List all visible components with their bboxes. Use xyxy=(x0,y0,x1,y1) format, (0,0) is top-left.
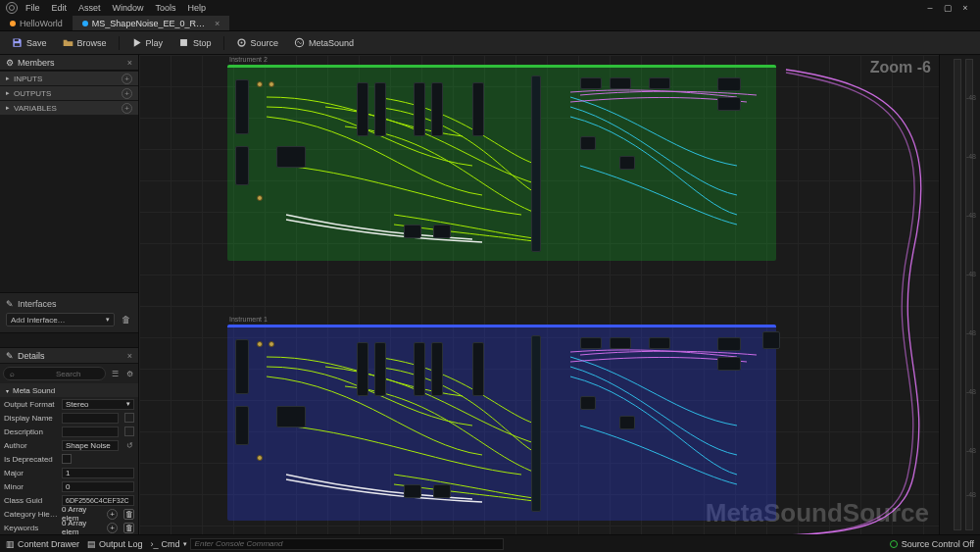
array-add-button[interactable]: + xyxy=(107,509,118,520)
graph-node[interactable] xyxy=(235,339,249,394)
description-input[interactable] xyxy=(62,427,119,437)
details-close-icon[interactable]: × xyxy=(127,351,132,361)
graph-node[interactable] xyxy=(357,342,368,396)
category-metasound[interactable]: ▾ Meta Sound xyxy=(0,383,138,397)
graph-region-top[interactable]: Instrument 2 xyxy=(227,65,776,261)
add-interface-dropdown[interactable]: Add Interface… ▾ xyxy=(6,313,115,326)
menu-window[interactable]: Window xyxy=(113,3,144,13)
graph-node[interactable] xyxy=(235,79,249,134)
browse-button[interactable]: Browse xyxy=(57,35,113,50)
reroute-pin[interactable] xyxy=(257,81,263,87)
graph-node[interactable] xyxy=(580,396,596,410)
section-inputs[interactable]: ▸ INPUTS + xyxy=(0,71,138,85)
graph-node[interactable] xyxy=(472,342,484,396)
tab-close-icon[interactable]: × xyxy=(215,19,220,28)
reroute-pin[interactable] xyxy=(257,455,263,461)
tab-level[interactable]: HelloWorld xyxy=(0,16,73,30)
array-add-button[interactable]: + xyxy=(107,523,118,533)
chevron-down-icon[interactable]: ▾ xyxy=(183,540,187,548)
metasound-button[interactable]: MetaSound xyxy=(288,35,360,50)
graph-node[interactable] xyxy=(374,82,386,136)
content-drawer-button[interactable]: ▥ Content Drawer xyxy=(6,539,79,549)
graph-canvas[interactable]: Zoom -6 MetaSoundSource Instrument 2 xyxy=(139,55,939,534)
graph-node[interactable] xyxy=(619,416,635,429)
reroute-pin[interactable] xyxy=(257,195,263,201)
add-output-button[interactable]: + xyxy=(122,88,132,99)
output-log-button[interactable]: ▤ Output Log xyxy=(87,539,143,549)
graph-node[interactable] xyxy=(431,82,443,136)
graph-region-bottom[interactable]: Instrument 1 xyxy=(227,325,776,521)
source-button[interactable]: Source xyxy=(230,35,285,50)
menu-file[interactable]: File xyxy=(25,3,40,13)
graph-node[interactable] xyxy=(649,337,670,349)
details-tab[interactable]: ✎ Details × xyxy=(0,348,138,364)
graph-node[interactable] xyxy=(610,337,631,349)
reroute-pin[interactable] xyxy=(257,341,263,347)
add-variable-button[interactable]: + xyxy=(122,103,132,114)
graph-node[interactable] xyxy=(580,136,596,150)
window-close[interactable]: × xyxy=(956,3,974,13)
is-deprecated-checkbox[interactable] xyxy=(62,454,72,464)
graph-node[interactable] xyxy=(374,342,386,396)
array-clear-button[interactable]: 🗑 xyxy=(123,523,134,533)
section-outputs[interactable]: ▸ OUTPUTS + xyxy=(0,85,138,100)
display-name-input[interactable] xyxy=(62,413,119,424)
menu-asset[interactable]: Asset xyxy=(78,3,101,13)
add-input-button[interactable]: + xyxy=(122,74,132,84)
reset-icon[interactable]: ↺ xyxy=(124,440,134,450)
graph-node[interactable] xyxy=(717,97,741,111)
source-control-button[interactable]: Source Control Off xyxy=(890,539,974,549)
graph-node[interactable] xyxy=(276,406,306,427)
array-clear-button[interactable]: 🗑 xyxy=(123,509,134,520)
graph-node[interactable] xyxy=(433,484,451,498)
menu-tools[interactable]: Tools xyxy=(156,3,176,13)
graph-node[interactable] xyxy=(433,225,451,238)
window-minimize[interactable]: – xyxy=(921,3,939,13)
console-input[interactable]: Enter Console Command xyxy=(190,538,504,550)
members-close-icon[interactable]: × xyxy=(127,58,132,68)
localize-flag-icon[interactable] xyxy=(124,427,134,436)
svg-point-4 xyxy=(240,41,242,43)
graph-output-node[interactable] xyxy=(762,331,780,349)
output-format-dropdown[interactable]: Stereo ▾ xyxy=(62,399,134,410)
window-maximize[interactable]: ▢ xyxy=(939,3,956,13)
graph-node[interactable] xyxy=(404,225,421,238)
graph-node[interactable] xyxy=(357,82,368,136)
members-tab[interactable]: ⚙ Members × xyxy=(0,55,138,71)
graph-node[interactable] xyxy=(276,146,306,168)
interface-trash-button[interactable]: 🗑 xyxy=(119,313,132,326)
details-search-input[interactable]: ⌕ Search xyxy=(3,367,106,380)
major-input[interactable]: 1 xyxy=(62,468,134,478)
graph-node[interactable] xyxy=(404,484,421,498)
author-input[interactable]: Shape Noise xyxy=(62,440,119,451)
save-button[interactable]: Save xyxy=(6,35,53,50)
localize-flag-icon[interactable] xyxy=(124,413,134,423)
graph-node[interactable] xyxy=(431,342,443,396)
graph-node[interactable] xyxy=(472,82,484,136)
graph-node[interactable] xyxy=(531,335,541,512)
graph-node[interactable] xyxy=(414,342,425,396)
graph-node[interactable] xyxy=(717,337,741,351)
reroute-pin[interactable] xyxy=(269,81,274,87)
graph-node[interactable] xyxy=(717,77,741,91)
graph-node[interactable] xyxy=(610,77,631,89)
graph-node[interactable] xyxy=(619,156,635,170)
graph-node[interactable] xyxy=(531,75,541,252)
play-button[interactable]: Play xyxy=(125,35,170,50)
graph-node[interactable] xyxy=(649,77,670,89)
graph-node[interactable] xyxy=(580,77,602,89)
section-variables[interactable]: ▸ VARIABLES + xyxy=(0,100,138,115)
settings-icon[interactable]: ⚙ xyxy=(123,368,135,379)
reroute-pin[interactable] xyxy=(269,341,274,347)
graph-node[interactable] xyxy=(414,82,425,136)
graph-node[interactable] xyxy=(235,406,249,445)
graph-node[interactable] xyxy=(235,146,249,185)
tab-metasound-asset[interactable]: MS_ShapeNoise_EE_0_R… × xyxy=(73,16,229,30)
menu-help[interactable]: Help xyxy=(188,3,207,13)
minor-input[interactable]: 0 xyxy=(62,481,134,492)
filter-icon[interactable]: ☰ xyxy=(109,368,121,379)
graph-node[interactable] xyxy=(717,357,741,371)
graph-node[interactable] xyxy=(580,337,602,349)
stop-button[interactable]: Stop xyxy=(172,35,218,50)
menu-edit[interactable]: Edit xyxy=(52,3,68,13)
